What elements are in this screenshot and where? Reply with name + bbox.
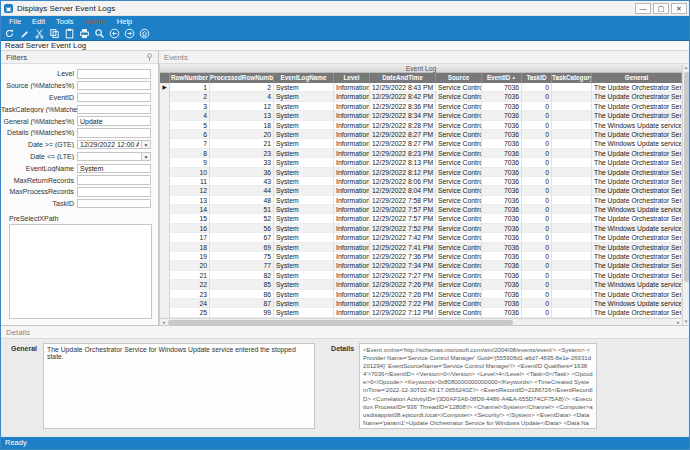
row-selector-cell[interactable] [160,130,170,139]
table-row[interactable]: 24SystemInformation12/29/2022 8:42 PMSer… [160,92,682,101]
paste-icon[interactable] [63,27,76,40]
vertical-scrollbar[interactable]: ▲ ▼ [682,64,689,325]
scroll-right-icon[interactable]: ► [675,320,682,325]
table-row[interactable]: 1244SystemInformation12/29/2022 8:04 PMS… [160,186,682,195]
menu-item-edit[interactable]: Edit [27,16,50,27]
table-row[interactable]: 1975SystemInformation12/29/2022 7:36 PMS… [160,252,682,261]
table-row[interactable]: 1869SystemInformation12/29/2022 7:41 PMS… [160,243,682,252]
column-header-rownumber[interactable]: RowNumber [170,73,210,83]
row-selector-cell[interactable] [160,186,170,195]
row-selector-cell[interactable] [160,196,170,205]
vscroll-thumb[interactable] [684,72,689,282]
close-button[interactable]: ✕ [671,3,687,14]
column-header-dateandtime[interactable]: DateAndTime [370,73,436,83]
row-selector-cell[interactable] [160,158,170,167]
row-selector-cell[interactable] [160,121,170,130]
hscroll-thumb[interactable] [168,320,513,325]
minimize-button[interactable]: — [635,3,651,14]
column-header-eventid[interactable]: EventID ▲ [482,73,522,83]
row-selector-cell[interactable] [160,168,170,177]
menu-item-tools[interactable]: Tools [51,16,79,27]
table-row[interactable]: 2487SystemInformation12/29/2022 7:22 PMS… [160,299,682,308]
row-selector-cell[interactable] [160,299,170,308]
row-selector-cell[interactable] [160,224,170,233]
table-row[interactable]: 1348SystemInformation12/29/2022 7:58 PMS… [160,196,682,205]
copy-icon[interactable] [48,27,61,40]
filter-input-level[interactable] [77,69,151,79]
chevron-down-icon[interactable]: ▼ [142,140,151,150]
column-header-level[interactable]: Level [334,73,370,83]
details-text-box[interactable]: <Event xmlns='http://schemas.microsoft.c… [359,343,597,429]
table-row[interactable]: 2182SystemInformation12/29/2022 7:27 PMS… [160,271,682,280]
chevron-down-icon[interactable]: ▼ [142,152,151,162]
table-row[interactable]: 413SystemInformation12/29/2022 8:34 PMSe… [160,111,682,120]
table-row[interactable]: ▶12SystemInformation12/29/2022 8:43 PMSe… [160,83,682,92]
home-icon[interactable] [138,27,151,40]
row-selector-cell[interactable] [160,214,170,223]
table-row[interactable]: 2599SystemInformation12/29/2022 7:12 PMS… [160,308,682,317]
table-row[interactable]: 1552SystemInformation12/29/2022 7:57 PMS… [160,214,682,223]
refresh-icon[interactable] [3,27,16,40]
column-header-processedrownumber[interactable]: ProcessedRowNumber [210,73,274,83]
filter-input-max_process_records[interactable] [77,187,151,197]
row-selector-cell[interactable] [160,261,170,270]
row-selector-cell[interactable] [160,280,170,289]
search-icon[interactable] [93,27,106,40]
filter-input-task_id[interactable] [77,199,151,209]
table-row[interactable]: 2386SystemInformation12/29/2022 7:26 PMS… [160,290,682,299]
column-header-eventlogname[interactable]: EventLogName [274,73,334,83]
row-selector-cell[interactable]: ▶ [160,83,170,92]
row-selector-cell[interactable] [160,271,170,280]
row-selector-cell[interactable] [160,308,170,317]
filter-input-general[interactable] [77,116,151,126]
column-header-taskid[interactable]: TaskID [522,73,552,83]
scroll-down-icon[interactable]: ▼ [684,318,688,325]
row-selector-cell[interactable] [160,92,170,101]
maximize-button[interactable]: ▢ [653,3,669,14]
filter-input-date_lte[interactable] [77,152,142,162]
column-header-taskcategory[interactable]: TaskCategory [552,73,592,83]
menu-item-file[interactable]: File [4,16,26,27]
table-row[interactable]: 2285SystemInformation12/29/2022 7:26 PMS… [160,280,682,289]
row-selector-cell[interactable] [160,149,170,158]
filter-input-max_return_records[interactable] [77,175,151,185]
row-selector-cell[interactable] [160,111,170,120]
row-selector-cell[interactable] [160,233,170,242]
row-selector-cell[interactable] [160,290,170,299]
back-icon[interactable] [108,27,121,40]
table-row[interactable]: 1143SystemInformation12/29/2022 8:06 PMS… [160,177,682,186]
column-header-source[interactable]: Source [436,73,482,83]
filter-input-details[interactable] [77,128,151,138]
table-row[interactable]: 620SystemInformation12/29/2022 8:27 PMSe… [160,130,682,139]
scroll-left-icon[interactable]: ◄ [160,320,167,325]
row-selector-cell[interactable] [160,177,170,186]
table-row[interactable]: 1451SystemInformation12/29/2022 7:57 PMS… [160,205,682,214]
column-header-general[interactable]: General [592,73,682,83]
menu-item-help[interactable]: Help [112,16,137,27]
table-row[interactable]: 312SystemInformation12/29/2022 8:36 PMSe… [160,102,682,111]
filter-input-date_gte[interactable] [77,140,142,150]
pin-icon[interactable] [146,53,153,62]
row-selector-cell[interactable] [160,205,170,214]
filter-input-source[interactable] [77,81,151,91]
table-row[interactable]: 1036SystemInformation12/29/2022 8:12 PMS… [160,168,682,177]
table-row[interactable]: 721SystemInformation12/29/2022 8:27 PMSe… [160,139,682,148]
row-selector-cell[interactable] [160,102,170,111]
table-row[interactable]: 1767SystemInformation12/29/2022 7:42 PMS… [160,233,682,242]
general-text-box[interactable]: The Update Orchestrator Service for Wind… [43,343,315,429]
edit-icon[interactable] [18,27,31,40]
row-selector-cell[interactable] [160,252,170,261]
row-selector-cell[interactable] [160,139,170,148]
preselectxpath-input[interactable] [9,224,152,319]
filter-input-event_log_name[interactable] [77,164,151,174]
cut-icon[interactable] [33,27,46,40]
filter-input-event_id[interactable] [77,93,151,103]
table-row[interactable]: 933SystemInformation12/29/2022 8:13 PMSe… [160,158,682,167]
filter-input-task_category[interactable] [77,105,151,115]
print-icon[interactable] [78,27,91,40]
table-row[interactable]: 823SystemInformation12/29/2022 8:23 PMSe… [160,149,682,158]
horizontal-scrollbar[interactable]: ◄ ► [160,318,682,325]
table-row[interactable]: 2077SystemInformation12/29/2022 7:34 PMS… [160,261,682,270]
scroll-up-icon[interactable]: ▲ [684,64,688,71]
table-row[interactable]: 1656SystemInformation12/29/2022 7:52 PMS… [160,224,682,233]
